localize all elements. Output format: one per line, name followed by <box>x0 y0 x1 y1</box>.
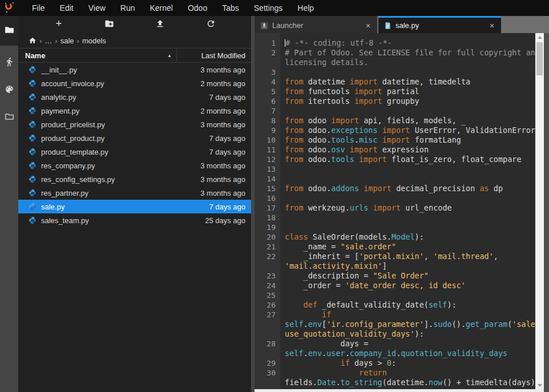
line-number: 2 <box>255 48 276 58</box>
sidebar-item-tabs[interactable] <box>0 107 18 128</box>
file-row[interactable]: analytic.py7 days ago <box>18 90 251 104</box>
line-number <box>255 320 276 329</box>
tab-sale-py[interactable]: sale.py × <box>378 16 501 33</box>
code-line: from odoo.osv import expression <box>285 145 535 155</box>
menu-run[interactable]: Run <box>113 0 143 16</box>
activity-bar <box>0 16 18 392</box>
scroll-down-arrow[interactable] <box>535 381 544 389</box>
code-line: def _default_validity_date(self): <box>285 300 535 310</box>
scrollbar-thumb[interactable] <box>536 42 543 75</box>
file-row[interactable]: __init__.py3 months ago <box>18 63 251 76</box>
line-number: 12 <box>255 155 276 164</box>
home-icon[interactable] <box>29 37 37 45</box>
refresh-button[interactable] <box>203 17 219 32</box>
file-modified: 3 months ago <box>200 120 251 129</box>
tab-launcher[interactable]: Launcher × <box>255 16 377 33</box>
code-line: self.env.user.company_id.quotation_valid… <box>285 349 535 358</box>
file-browser-toolbar <box>18 16 251 33</box>
folder-icon <box>5 25 14 37</box>
code-line: class SaleOrder(models.Model): <box>285 232 535 242</box>
new-launcher-button[interactable] <box>51 17 67 32</box>
line-number: 6 <box>255 96 276 106</box>
python-file-icon <box>29 148 37 156</box>
file-row[interactable]: payment.py2 months ago <box>18 104 251 118</box>
breadcrumb-item: models <box>82 37 106 45</box>
code-line: from datetime import datetime, timedelta <box>285 77 535 87</box>
dock-right-strip <box>544 33 549 392</box>
new-folder-button[interactable] <box>102 17 118 32</box>
vertical-scrollbar[interactable] <box>535 33 544 389</box>
code-line: if <box>285 310 535 320</box>
code-line: _order = 'date_order desc, id desc' <box>285 281 535 290</box>
file-name: res_company.py <box>41 161 200 170</box>
menu-kernel[interactable]: Kernel <box>142 0 180 16</box>
content-row: ›…›sale›models Name ▲ Last Modified __in… <box>0 16 549 392</box>
file-row[interactable]: product_pricelist.py3 months ago <box>18 118 251 131</box>
menu-view[interactable]: View <box>81 0 113 16</box>
sidebar-item-running[interactable] <box>0 52 18 73</box>
line-number <box>255 349 276 358</box>
close-icon[interactable]: × <box>364 21 373 30</box>
menu-help[interactable]: Help <box>290 0 321 16</box>
file-row[interactable]: product_product.py7 days ago <box>18 131 251 145</box>
menu-tabs[interactable]: Tabs <box>215 0 247 16</box>
line-number <box>255 58 276 67</box>
file-modified: 2 months ago <box>200 79 251 88</box>
line-number-gutter: 1234567891011121314151617181920212223242… <box>255 33 280 389</box>
line-number: 28 <box>255 339 276 349</box>
file-row[interactable]: res_partner.py3 months ago <box>18 186 251 200</box>
menu-odoo[interactable]: Odoo <box>180 0 215 16</box>
line-number: 27 <box>255 310 276 320</box>
file-modified: 7 days ago <box>209 203 251 211</box>
code-line: # -*- coding: utf-8 -*- <box>285 38 535 48</box>
file-name: payment.py <box>41 107 200 115</box>
python-file-icon <box>29 161 37 169</box>
close-icon[interactable]: × <box>487 21 496 30</box>
breadcrumb: ›…›sale›models <box>18 33 251 48</box>
file-row[interactable]: res_config_settings.py3 months ago <box>18 172 251 186</box>
upload-button[interactable] <box>152 17 168 32</box>
code-area[interactable]: # -*- coding: utf-8 -*-# Part of Odoo. S… <box>280 33 535 389</box>
sidebar-item-commands[interactable] <box>0 80 18 100</box>
line-number: 16 <box>255 193 276 203</box>
line-number: 7 <box>255 106 276 116</box>
code-line <box>285 193 535 203</box>
file-modified: 7 days ago <box>209 134 251 143</box>
code-line <box>285 106 535 116</box>
code-line: return <box>285 368 535 378</box>
file-browser-panel: ›…›sale›models Name ▲ Last Modified __in… <box>18 16 251 392</box>
line-number: 9 <box>255 126 276 135</box>
line-number: 17 <box>255 203 276 213</box>
line-number: 19 <box>255 223 276 232</box>
code-line: use_quotation_validity_days'): <box>285 329 535 339</box>
breadcrumb-item[interactable]: … <box>45 37 52 45</box>
file-name: __init__.py <box>41 66 200 74</box>
folder-outline-icon <box>5 112 14 124</box>
file-name: product_template.py <box>41 148 209 156</box>
file-row[interactable]: account_invoice.py2 months ago <box>18 76 251 90</box>
file-row[interactable]: sales_team.py25 days ago <box>18 213 251 227</box>
file-row[interactable]: product_template.py7 days ago <box>18 145 251 159</box>
python-file-icon <box>29 107 37 115</box>
app-logo-icon <box>5 3 15 13</box>
file-row[interactable]: res_company.py3 months ago <box>18 159 251 172</box>
file-modified: 25 days ago <box>205 216 251 225</box>
column-header-name[interactable]: Name ▲ <box>18 51 176 60</box>
plus-icon <box>54 19 63 30</box>
sidebar-item-file-browser[interactable] <box>0 16 18 46</box>
horizontal-scrollbar[interactable] <box>255 389 544 392</box>
breadcrumb-item[interactable]: sale <box>60 37 74 45</box>
column-header-modified[interactable]: Last Modified <box>177 51 251 60</box>
menu-file[interactable]: File <box>25 0 53 16</box>
file-name: res_partner.py <box>41 189 200 197</box>
python-file-icon <box>384 22 391 30</box>
file-row[interactable]: sale.py7 days ago <box>18 200 251 213</box>
code-line: from odoo.tools import float_is_zero, fl… <box>285 155 535 164</box>
menu-settings[interactable]: Settings <box>247 0 290 16</box>
file-name: account_invoice.py <box>41 79 200 88</box>
scroll-up-arrow[interactable] <box>535 33 544 41</box>
menu-edit[interactable]: Edit <box>53 0 81 16</box>
line-number: 15 <box>255 184 276 193</box>
line-number: 1 <box>255 38 276 48</box>
file-modified: 2 months ago <box>200 107 251 115</box>
